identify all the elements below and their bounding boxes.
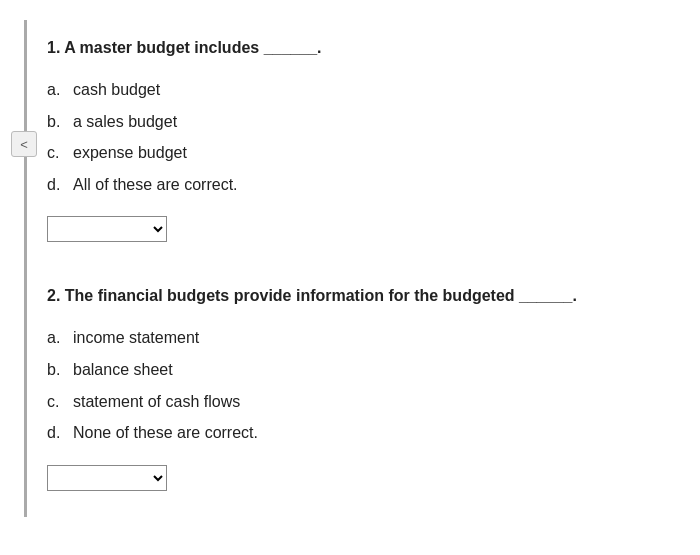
question-2-answer-select[interactable]: a b c d — [47, 465, 167, 491]
question-2-options: a. income statement b. balance sheet c. … — [47, 322, 670, 448]
question-2-number: 2. The financial budgets provide informa… — [47, 284, 670, 308]
option-text: expense budget — [73, 140, 187, 166]
question-1-dropdown-container: a b c d — [47, 216, 670, 242]
question-1-options: a. cash budget b. a sales budget c. expe… — [47, 74, 670, 200]
option-letter: c. — [47, 389, 65, 415]
question-1-number-label: 1. — [47, 39, 60, 56]
option-text: balance sheet — [73, 357, 173, 383]
page-container: < 1. A master budget includes ______. a.… — [0, 20, 700, 517]
option-letter: a. — [47, 77, 65, 103]
option-letter: c. — [47, 140, 65, 166]
option-text: a sales budget — [73, 109, 177, 135]
option-letter: b. — [47, 357, 65, 383]
back-nav-arrow[interactable]: < — [11, 131, 37, 157]
list-item: b. a sales budget — [47, 106, 670, 138]
option-text: None of these are correct. — [73, 420, 258, 446]
list-item: a. cash budget — [47, 74, 670, 106]
option-text: statement of cash flows — [73, 389, 240, 415]
list-item: d. None of these are correct. — [47, 417, 670, 449]
option-letter: b. — [47, 109, 65, 135]
question-2-text: The financial budgets provide informatio… — [65, 287, 577, 304]
option-letter: a. — [47, 325, 65, 351]
list-item: c. statement of cash flows — [47, 386, 670, 418]
option-text: All of these are correct. — [73, 172, 238, 198]
option-letter: d. — [47, 172, 65, 198]
option-text: cash budget — [73, 77, 160, 103]
question-1-text: A master budget includes ______. — [64, 39, 321, 56]
question-1-answer-select[interactable]: a b c d — [47, 216, 167, 242]
list-item: d. All of these are correct. — [47, 169, 670, 201]
list-item: a. income statement — [47, 322, 670, 354]
question-2-section: 2. The financial budgets provide informa… — [24, 268, 700, 516]
option-text: income statement — [73, 325, 199, 351]
question-2-number-label: 2. — [47, 287, 60, 304]
question-2-dropdown-container: a b c d — [47, 465, 670, 491]
list-item: c. expense budget — [47, 137, 670, 169]
left-arrow-icon: < — [20, 137, 28, 152]
question-1-number: 1. A master budget includes ______. — [47, 36, 670, 60]
list-item: b. balance sheet — [47, 354, 670, 386]
option-letter: d. — [47, 420, 65, 446]
question-1-section: < 1. A master budget includes ______. a.… — [24, 20, 700, 268]
